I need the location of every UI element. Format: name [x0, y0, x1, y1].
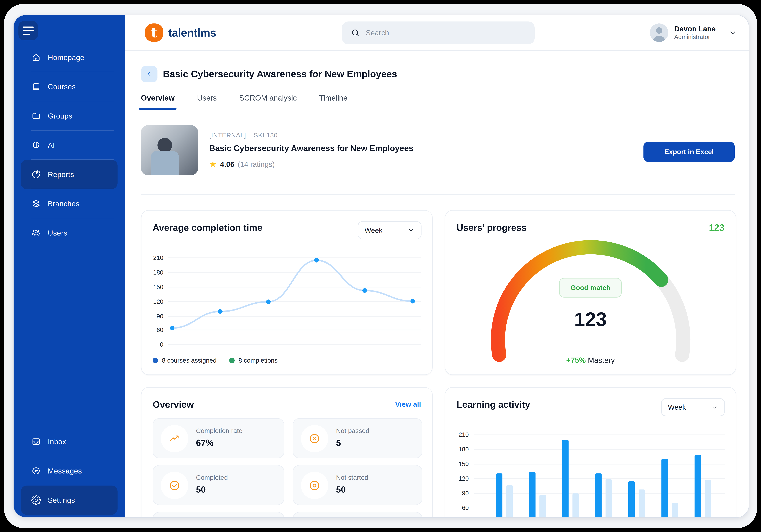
stop-circle-icon	[301, 472, 328, 499]
sidebar: Homepage Courses Groups	[14, 15, 125, 517]
page-title: Basic Cybersecurity Awareness for New Em…	[163, 66, 397, 82]
sidebar-item-courses[interactable]: Courses	[21, 72, 118, 101]
search-input[interactable]	[366, 28, 512, 37]
bar-chart-canvas	[474, 427, 727, 517]
learning-activity-card: Learning activity Week 210 180 150 120 9…	[445, 387, 736, 517]
sidebar-item-label: Courses	[48, 82, 76, 91]
y-tick: 210	[142, 253, 163, 262]
logo-icon: t	[145, 24, 163, 42]
course-title: Basic Cybersecurity Awareness for New Em…	[209, 143, 413, 153]
y-tick: 90	[142, 312, 163, 321]
sidebar-item-label: Reports	[48, 170, 74, 179]
user-name: Devon Lane	[674, 25, 716, 33]
sidebar-item-messages[interactable]: Messages	[21, 456, 118, 486]
period-value: Week	[668, 403, 686, 411]
course-rating: ★ 4.06 (14 ratings)	[209, 159, 275, 169]
logo: t talentlms	[145, 15, 216, 50]
sidebar-item-inbox[interactable]: Inbox	[21, 427, 118, 456]
main-area: t talentlms Devon Lane Administrator	[125, 15, 749, 517]
legend-dot-blue	[152, 358, 158, 363]
sidebar-item-reports[interactable]: Reports	[21, 160, 118, 189]
tab-bar: Overview Users SCROM analysic Timeline	[141, 93, 348, 109]
card-title: Average completion time	[152, 222, 263, 233]
overview-card: Overview View all Completion rate 67% N	[141, 387, 433, 517]
status-badge: Good match	[559, 278, 622, 297]
stat-label: Not started	[336, 474, 368, 481]
line-chart-canvas	[168, 249, 424, 354]
sidebar-bottom-nav: Inbox Messages Settings	[14, 427, 125, 515]
legend-item: 8 courses assigned	[152, 357, 216, 364]
folder-icon	[31, 111, 41, 121]
legend-label: 8 completions	[238, 357, 278, 364]
avatar	[650, 24, 669, 42]
card-title: Overview	[152, 399, 194, 410]
chevron-left-icon	[145, 70, 153, 78]
sidebar-item-label: Homepage	[48, 53, 84, 62]
stat-tile-partial	[152, 512, 284, 517]
screen: Homepage Courses Groups	[0, 0, 761, 532]
stat-tile-not-started: Not started 50	[293, 465, 422, 505]
card-title: Users’ progress	[457, 222, 527, 233]
progress-value: 123	[445, 308, 735, 331]
sidebar-item-settings[interactable]: Settings	[21, 486, 118, 515]
legend-label: 8 courses assigned	[162, 357, 216, 364]
chevron-down-icon[interactable]	[729, 28, 737, 37]
legend-dot-green	[229, 358, 235, 363]
x-circle-icon	[301, 425, 328, 452]
sidebar-item-branches[interactable]: Branches	[21, 189, 118, 218]
stat-label: Completed	[196, 474, 228, 481]
course-thumbnail	[141, 125, 198, 175]
book-icon	[31, 82, 41, 91]
pie-chart-icon	[31, 170, 41, 179]
sidebar-item-label: Messages	[48, 467, 82, 475]
y-tick: 90	[445, 489, 469, 498]
tab-timeline[interactable]: Timeline	[319, 93, 348, 109]
layers-icon	[31, 199, 41, 209]
search-bar[interactable]	[342, 22, 535, 44]
tab-divider	[141, 110, 735, 110]
export-excel-button[interactable]: Export in Excel	[643, 142, 734, 162]
user-role: Administrator	[674, 33, 716, 40]
back-button[interactable]	[141, 66, 158, 82]
view-all-link[interactable]: View all	[395, 400, 421, 408]
tab-overview[interactable]: Overview	[141, 93, 175, 109]
sidebar-item-label: Inbox	[48, 438, 66, 446]
sidebar-item-groups[interactable]: Groups	[21, 101, 118, 131]
period-select[interactable]: Week	[358, 221, 422, 239]
star-icon: ★	[209, 159, 217, 169]
inbox-icon	[31, 437, 41, 447]
user-info: Devon Lane Administrator	[674, 25, 716, 40]
search-icon	[351, 28, 360, 37]
trend-up-icon	[161, 425, 188, 452]
completion-time-card: Average completion time Week 210 180 150…	[141, 210, 433, 375]
users-progress-card: Users’ progress 123 Good	[445, 210, 736, 375]
sidebar-item-homepage[interactable]: Homepage	[21, 43, 118, 72]
y-tick: 180	[142, 268, 163, 277]
stat-value: 50	[196, 485, 206, 495]
card-title: Learning activity	[457, 399, 530, 410]
y-tick: 60	[445, 504, 469, 512]
mastery-label: +75% Mastery	[445, 356, 735, 365]
app-window: Homepage Courses Groups	[13, 15, 749, 518]
mastery-text: Mastery	[586, 356, 615, 365]
user-menu[interactable]: Devon Lane Administrator	[650, 15, 737, 50]
sidebar-nav: Homepage Courses Groups	[14, 43, 125, 247]
tab-users[interactable]: Users	[197, 93, 217, 109]
stat-value: 67%	[196, 438, 213, 448]
y-tick: 60	[142, 326, 163, 334]
legend-item: 8 completions	[229, 357, 278, 364]
chevron-down-icon	[711, 404, 718, 411]
gauge-chart	[445, 240, 736, 362]
y-tick: 0	[142, 340, 163, 349]
rating-value: 4.06	[220, 160, 234, 169]
tab-scrom-analysic[interactable]: SCROM analysic	[239, 93, 297, 109]
stat-value: 50	[336, 485, 346, 495]
brain-icon	[31, 140, 41, 150]
period-select[interactable]: Week	[661, 398, 725, 416]
sidebar-item-ai[interactable]: AI	[21, 131, 118, 160]
bar-chart: 210 180 150 120 90 60 0	[445, 427, 736, 517]
y-tick: 210	[445, 430, 469, 439]
sidebar-item-users[interactable]: Users	[21, 218, 118, 247]
logo-text: talentlms	[168, 26, 216, 39]
menu-button[interactable]	[19, 21, 38, 40]
